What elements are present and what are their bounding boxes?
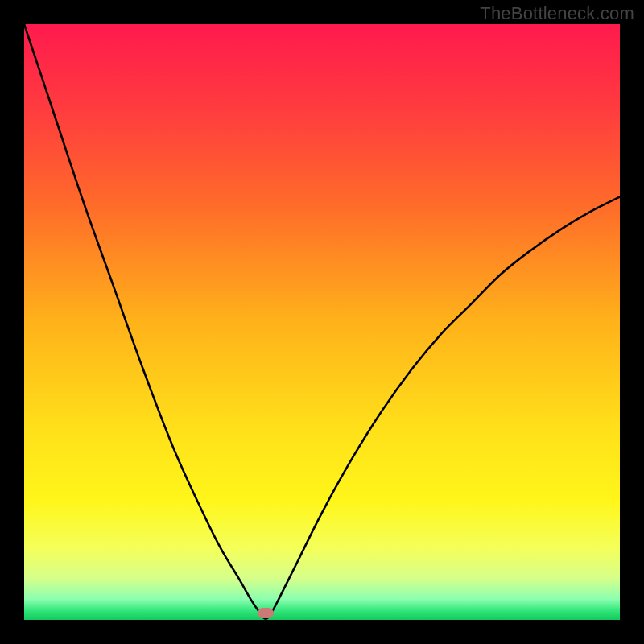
optimum-marker — [258, 608, 274, 618]
bottleneck-curve — [24, 24, 620, 619]
curve-layer — [24, 24, 620, 620]
watermark-text: TheBottleneck.com — [480, 3, 634, 24]
